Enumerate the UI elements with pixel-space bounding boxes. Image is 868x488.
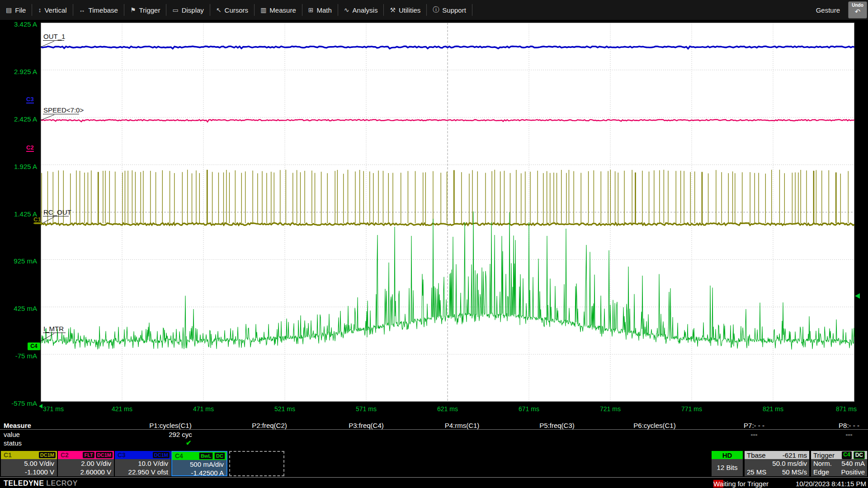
channel-scale: 10.0 V/div bbox=[115, 459, 171, 468]
channel-offset: -1.42500 A bbox=[172, 469, 226, 477]
trace-label-speed: SPEED<7:0> bbox=[43, 106, 84, 114]
channel-id-label: C3 bbox=[118, 451, 151, 459]
utilities-icon: ⚒ bbox=[390, 6, 396, 14]
brand-logo: TELEDYNE LECROY bbox=[4, 479, 78, 488]
channel-scale: 500 mA/div bbox=[172, 460, 226, 469]
y-axis-label: 3.425 A bbox=[0, 20, 37, 28]
undo-button[interactable]: Undo ↶ bbox=[848, 1, 867, 19]
measure-separator bbox=[0, 429, 868, 430]
trace-label-imtr: I_MTR bbox=[43, 325, 64, 333]
y-axis-label: -575 mA bbox=[0, 399, 37, 408]
trigger-slope: Positive bbox=[841, 468, 865, 476]
menu-item-math[interactable]: ⊞Math bbox=[302, 0, 338, 20]
cursors-icon: ↖ bbox=[216, 6, 222, 14]
display-icon: ▭ bbox=[172, 6, 178, 14]
x-axis-label: 721 ms bbox=[590, 405, 631, 413]
trigger-delay-arrow bbox=[39, 404, 42, 408]
menu-item-analysis[interactable]: ∿Analysis bbox=[338, 0, 384, 20]
measure-header-p2[interactable]: P2:freq(C2) bbox=[233, 422, 306, 429]
menu-item-label: File bbox=[15, 6, 26, 14]
menu-item-label: Utilities bbox=[399, 6, 420, 14]
y-axis-label: 925 mA bbox=[0, 257, 37, 265]
trigger-coupling-badge: DC bbox=[854, 451, 865, 459]
timebase-header: Tbase -621 ms bbox=[745, 451, 809, 459]
y-axis-label: 2.925 A bbox=[0, 68, 37, 76]
support-icon: ⓘ bbox=[433, 6, 439, 14]
menu-item-cursors[interactable]: ↖Cursors bbox=[210, 0, 254, 20]
channel-badge-dc1m: DC1M bbox=[153, 452, 170, 458]
trigger-level-arrow[interactable] bbox=[855, 293, 860, 299]
trace-label-rcout: RC_OUT bbox=[43, 208, 71, 216]
trigger-badges: C4 DC bbox=[840, 451, 865, 459]
channel-box-c1[interactable]: C1DC1M5.00 V/div-1.1000 V bbox=[1, 451, 57, 476]
menu-item-timebase[interactable]: ↔Timebase bbox=[73, 0, 124, 20]
waveform-grid[interactable]: OUT_1SPEED<7:0>RC_OUTI_MTR bbox=[41, 23, 854, 402]
measure-header-p7[interactable]: P7:- - - bbox=[718, 422, 790, 429]
empty-channel-slot[interactable] bbox=[229, 451, 284, 476]
measure-title: Measure bbox=[4, 422, 31, 429]
measure-header-p8[interactable]: P8:- - - bbox=[813, 422, 868, 429]
menu-item-measure[interactable]: ▥Measure bbox=[255, 0, 302, 20]
channel-marker-c2[interactable]: C2 bbox=[26, 145, 34, 152]
trigger-line1: Norm. 540 mA bbox=[811, 459, 867, 468]
measure-header-p4[interactable]: P4:rms(C1) bbox=[426, 422, 498, 429]
x-axis-label: 871 ms bbox=[826, 405, 867, 413]
channel-scale: 5.00 V/div bbox=[1, 459, 57, 468]
channel-box-c4[interactable]: C4BwLDC500 mA/div-1.42500 A bbox=[171, 451, 227, 476]
file-icon: ▤ bbox=[6, 6, 12, 14]
vertical-icon: ↕ bbox=[38, 6, 41, 14]
channel-badge-dc1m: DC1M bbox=[39, 452, 56, 458]
timebase-box[interactable]: Tbase -621 ms 50.0 ms/div 25 MS 50 MS/s bbox=[745, 451, 809, 476]
channel-badge-dc: DC bbox=[214, 452, 225, 460]
x-axis-label: 771 ms bbox=[671, 405, 712, 413]
undo-button-label: Undo bbox=[849, 3, 867, 8]
hd-box[interactable]: HD 12 Bits bbox=[712, 451, 743, 476]
measure-value-row-label: value bbox=[4, 431, 20, 438]
x-axis-label: 621 ms bbox=[427, 405, 468, 413]
channel-header-c3: C3DC1M bbox=[115, 451, 171, 459]
measure-icon: ▥ bbox=[260, 6, 266, 14]
menu-item-trigger[interactable]: ⚑Trigger bbox=[124, 0, 166, 20]
channel-marker-c3[interactable]: C3 bbox=[26, 96, 34, 103]
measure-header-p1[interactable]: P1:cycles(C1) bbox=[134, 422, 207, 429]
timebase-icon: ↔ bbox=[79, 6, 85, 14]
menu-item-display[interactable]: ▭Display bbox=[166, 0, 209, 20]
channel-header-c2: C2FLTDC1M bbox=[58, 451, 114, 459]
menu-item-label: Cursors bbox=[225, 6, 249, 14]
hd-bits: 12 Bits bbox=[712, 459, 743, 476]
measure-header-p5[interactable]: P5:freq(C3) bbox=[521, 422, 593, 429]
hd-header: HD bbox=[712, 451, 743, 459]
trigger-line2: Edge Positive bbox=[811, 468, 867, 476]
c1-offset-tick bbox=[34, 222, 42, 224]
channel-badge-flt: FLT bbox=[83, 452, 94, 458]
menu-item-file[interactable]: ▤File bbox=[0, 0, 32, 20]
timebase-line1: 50.0 ms/div bbox=[745, 459, 809, 468]
menu-item-label: Display bbox=[182, 6, 204, 14]
y-axis-label: 1.925 A bbox=[0, 163, 37, 171]
menu-item-label: Math bbox=[316, 6, 331, 14]
y-axis-label: 1.425 A bbox=[0, 210, 37, 218]
measure-value-p7: --- bbox=[718, 431, 790, 438]
trigger-icon: ⚑ bbox=[130, 6, 136, 14]
math-icon: ⊞ bbox=[308, 6, 314, 14]
menu-item-label: Measure bbox=[269, 6, 296, 14]
menu-item-support[interactable]: ⓘSupport bbox=[427, 0, 472, 20]
acquisition-status-highlight: Wa bbox=[713, 480, 723, 488]
trigger-box[interactable]: Trigger C4 DC Norm. 540 mA Edge Positive bbox=[811, 451, 867, 476]
channel-box-c3[interactable]: C3DC1M10.0 V/div22.950 V ofst bbox=[115, 451, 171, 476]
acquisition-status: Waiting for Trigger bbox=[713, 480, 769, 488]
menu-item-utilities[interactable]: ⚒Utilities bbox=[384, 0, 426, 20]
measure-header-p6[interactable]: P6:cycles(C1) bbox=[618, 422, 691, 429]
measure-header-p3[interactable]: P3:freq(C4) bbox=[330, 422, 402, 429]
y-axis-label: -75 mA bbox=[0, 352, 37, 360]
waveform-svg: OUT_1SPEED<7:0>RC_OUTI_MTR bbox=[41, 23, 854, 402]
channel-box-c2[interactable]: C2FLTDC1M2.00 V/div2.60000 V bbox=[58, 451, 114, 476]
c4-offset-marker[interactable]: C4 bbox=[27, 342, 41, 351]
menu-item-vertical[interactable]: ↕Vertical bbox=[32, 0, 72, 20]
menu-item-label: Timebase bbox=[89, 6, 118, 14]
menu-item-label: Vertical bbox=[44, 6, 66, 14]
menu-item-label: Analysis bbox=[353, 6, 378, 14]
channel-badge-dc1m: DC1M bbox=[96, 452, 113, 458]
channel-badge-bwl: BwL bbox=[199, 452, 213, 460]
timebase-samples: 25 MS bbox=[747, 468, 766, 476]
